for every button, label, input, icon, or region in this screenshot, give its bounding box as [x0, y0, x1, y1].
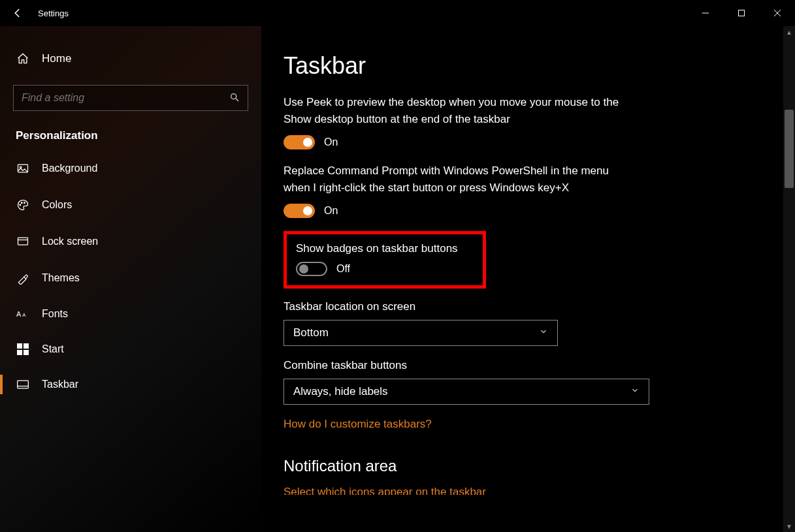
svg-point-9: [22, 202, 23, 204]
svg-point-8: [20, 204, 21, 206]
setting-combine: Combine taskbar buttons Always, hide lab…: [284, 359, 757, 405]
highlight-badges: Show badges on taskbar buttons Off: [284, 231, 486, 289]
lockscreen-icon: [16, 235, 30, 248]
toggle-peek[interactable]: [284, 135, 315, 149]
sidebar-item-label: Lock screen: [42, 236, 98, 247]
svg-point-10: [24, 202, 25, 204]
home-icon: [16, 52, 30, 65]
sidebar-item-background[interactable]: Background: [0, 154, 261, 183]
sidebar-section-label: Personalization: [0, 123, 261, 154]
svg-line-5: [236, 99, 238, 101]
sidebar: Home Personalization Background Colors: [0, 26, 261, 532]
sidebar-item-label: Taskbar: [42, 379, 78, 390]
sidebar-item-lockscreen[interactable]: Lock screen: [0, 227, 261, 256]
svg-rect-15: [17, 343, 22, 349]
close-button[interactable]: [759, 0, 795, 26]
setting-powershell: Replace Command Prompt with Windows Powe…: [284, 163, 757, 218]
themes-icon: [16, 272, 30, 285]
dropdown-combine-value: Always, hide labels: [293, 385, 388, 398]
content-area: Taskbar Use Peek to preview the desktop …: [261, 26, 783, 532]
setting-location-label: Taskbar location on screen: [284, 300, 757, 313]
sidebar-item-themes[interactable]: Themes: [0, 264, 261, 292]
svg-rect-19: [18, 381, 29, 388]
svg-rect-18: [24, 350, 29, 355]
home-label: Home: [42, 52, 71, 65]
dropdown-combine[interactable]: Always, hide labels: [284, 379, 649, 405]
sidebar-item-label: Themes: [42, 272, 80, 284]
image-icon: [16, 162, 30, 175]
sidebar-item-label: Colors: [42, 199, 72, 211]
chevron-down-icon: [539, 326, 548, 339]
sidebar-item-taskbar[interactable]: Taskbar: [0, 371, 261, 398]
back-button[interactable]: [12, 7, 24, 19]
notification-area-heading: Notification area: [284, 457, 757, 475]
scrollbar-thumb[interactable]: [785, 110, 794, 188]
sidebar-item-fonts[interactable]: AA Fonts: [0, 300, 261, 328]
svg-point-4: [231, 93, 236, 99]
sidebar-item-start[interactable]: Start: [0, 336, 261, 363]
svg-text:A: A: [16, 310, 22, 318]
toggle-badges[interactable]: [296, 262, 327, 276]
setting-badges-label: Show badges on taskbar buttons: [296, 242, 474, 255]
fonts-icon: AA: [16, 308, 30, 320]
home-nav[interactable]: Home: [0, 46, 261, 72]
sidebar-item-colors[interactable]: Colors: [0, 191, 261, 219]
page-title: Taskbar: [284, 52, 757, 80]
dropdown-location-value: Bottom: [293, 326, 329, 339]
svg-rect-1: [738, 10, 744, 16]
search-icon: [229, 92, 240, 104]
taskbar-icon: [16, 379, 30, 390]
setting-peek: Use Peek to preview the desktop when you…: [284, 94, 757, 149]
sidebar-item-label: Fonts: [42, 308, 68, 320]
titlebar: Settings: [0, 0, 795, 26]
setting-combine-label: Combine taskbar buttons: [284, 359, 757, 372]
toggle-badges-state: Off: [336, 263, 350, 275]
notification-icons-link[interactable]: Select which icons appear on the taskbar: [284, 486, 757, 495]
help-link[interactable]: How do I customize taskbars?: [284, 418, 432, 431]
palette-icon: [16, 198, 30, 211]
window-title: Settings: [38, 8, 69, 18]
scroll-down-icon[interactable]: ▼: [783, 520, 795, 532]
setting-location: Taskbar location on screen Bottom: [284, 300, 757, 346]
sidebar-item-label: Background: [42, 163, 97, 174]
chevron-down-icon: [630, 385, 640, 398]
search-box[interactable]: [13, 85, 248, 111]
setting-powershell-desc: Replace Command Prompt with Windows Powe…: [284, 163, 636, 196]
svg-rect-11: [18, 238, 28, 245]
search-input[interactable]: [22, 92, 218, 104]
svg-rect-16: [24, 343, 29, 349]
toggle-peek-state: On: [324, 136, 338, 148]
svg-rect-17: [17, 350, 22, 355]
maximize-button[interactable]: [723, 0, 759, 26]
dropdown-location[interactable]: Bottom: [284, 320, 558, 346]
setting-peek-desc: Use Peek to preview the desktop when you…: [284, 94, 636, 127]
minimize-button[interactable]: [687, 0, 723, 26]
scrollbar[interactable]: ▲ ▼: [783, 26, 795, 532]
start-icon: [16, 343, 30, 355]
svg-text:A: A: [22, 312, 25, 318]
sidebar-item-label: Start: [42, 343, 64, 355]
toggle-powershell[interactable]: [284, 204, 315, 218]
scroll-up-icon[interactable]: ▲: [783, 26, 795, 38]
toggle-powershell-state: On: [324, 205, 338, 217]
